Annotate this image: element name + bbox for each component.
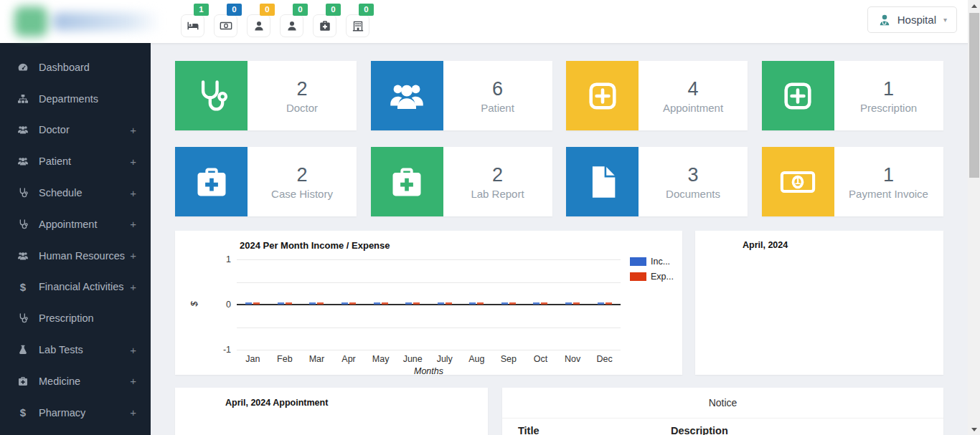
money-icon — [220, 19, 232, 32]
sidebar-item-prescription[interactable]: Prescription — [0, 302, 151, 334]
expense-legend-label: Exp... — [651, 272, 674, 282]
user-icon — [253, 19, 265, 32]
expand-plus-icon: + — [130, 187, 136, 199]
hospital-building-icon — [352, 19, 364, 32]
stat-count: 1 — [883, 78, 894, 100]
stat-count: 6 — [492, 78, 503, 100]
sidebar-item-label: Pharmacy — [39, 407, 130, 419]
chart-zero-bars — [237, 302, 621, 305]
expand-plus-icon: + — [130, 406, 136, 419]
chart-title: 2024 Per Month Income / Expense — [240, 240, 390, 251]
expand-plus-icon: + — [130, 344, 136, 356]
appointment-panel: April, 2024 Appointment — [175, 388, 488, 435]
sidebar-item-human-resources[interactable]: Human Resources + — [0, 240, 151, 272]
quick-action-bar: 1 0 0 0 0 0 — [181, 14, 369, 37]
expand-plus-icon: + — [130, 249, 136, 262]
sidebar-item-label: Patient — [39, 156, 130, 167]
expense-legend-swatch — [630, 272, 646, 281]
hospital-quick-button[interactable]: 0 — [346, 14, 369, 37]
sidebar-item-doctor[interactable]: Doctor + — [0, 115, 151, 146]
patient-quick-button[interactable]: 0 — [247, 14, 270, 37]
income-legend-swatch — [630, 257, 646, 266]
file-icon — [584, 163, 621, 201]
users-icon — [17, 124, 29, 135]
stat-label: Patient — [481, 102, 514, 114]
expand-plus-icon: + — [130, 281, 136, 293]
sitemap-icon — [17, 93, 29, 105]
plus-square-icon — [586, 80, 619, 113]
bed-quick-button[interactable]: 1 — [181, 14, 204, 37]
sidebar-item-departments[interactable]: Departments — [0, 83, 151, 115]
badge-count: 0 — [359, 4, 374, 16]
calendar-panel-title: April, 2024 — [743, 240, 788, 250]
medkit-icon — [388, 163, 425, 201]
stat-card-appointment[interactable]: 4 Appointment — [566, 61, 748, 130]
users-icon — [17, 250, 29, 262]
stat-count: 1 — [883, 164, 894, 186]
medkit-quick-button[interactable]: 0 — [313, 14, 336, 37]
sidebar-item-appointment[interactable]: Appointment + — [0, 209, 151, 240]
notice-panel: Notice Title Description — [502, 388, 943, 435]
sidebar-item-dashboard[interactable]: Dashboard — [0, 52, 151, 83]
stat-count: 2 — [296, 164, 307, 186]
chevron-down-icon: ▾ — [943, 16, 947, 24]
stethoscope-icon — [17, 219, 29, 230]
sidebar-item-lab-tests[interactable]: Lab Tests + — [0, 334, 151, 365]
stat-card-case-history[interactable]: 2 Case History — [175, 147, 357, 216]
stats-grid: 2 Doctor 6 Patient 4 Appointment 1 Presc… — [175, 61, 943, 216]
badge-count: 1 — [194, 4, 209, 16]
stat-card-payment-invoice[interactable]: 1 1 Payment Invoice — [762, 147, 943, 216]
sidebar-item-label: Appointment — [39, 219, 130, 230]
logo-mark — [14, 6, 47, 37]
stat-label: Appointment — [663, 102, 723, 114]
scrollbar-down-arrow[interactable] — [968, 424, 980, 435]
badge-count: 0 — [326, 4, 341, 16]
sidebar-item-pharmacy[interactable]: $ Pharmacy + — [0, 397, 151, 429]
stat-card-documents[interactable]: 3 Documents — [566, 147, 748, 216]
profile-dropdown[interactable]: Hospital ▾ — [867, 6, 957, 33]
sidebar-item-label: Lab Tests — [39, 344, 130, 355]
scrollbar-thumb[interactable] — [969, 13, 979, 178]
topbar: 1 0 0 0 0 0 Hospital ▾ — [0, 0, 980, 43]
stat-label: Prescription — [860, 102, 917, 114]
expand-plus-icon: + — [130, 156, 136, 168]
stat-label: Lab Report — [471, 188, 524, 200]
stethoscope-icon — [17, 312, 29, 324]
sidebar-item-patient[interactable]: Patient + — [0, 145, 151, 177]
stethoscope-icon — [17, 187, 29, 199]
badge-count: 0 — [293, 4, 308, 16]
chart-x-axis-label: Months — [237, 366, 621, 376]
stat-card-lab-report[interactable]: 2 Lab Report — [371, 147, 552, 216]
sidebar-item-label: Medicine — [39, 376, 130, 387]
stat-card-doctor[interactable]: 2 Doctor — [175, 61, 357, 130]
expand-plus-icon: + — [130, 124, 136, 136]
medkit-icon — [319, 19, 331, 32]
notice-column-title: Title — [518, 425, 540, 435]
sidebar-item-financial-activities[interactable]: $ Financial Activities + — [0, 272, 151, 303]
stat-card-patient[interactable]: 6 Patient — [371, 61, 552, 130]
stat-card-prescription[interactable]: 1 Prescription — [762, 61, 943, 130]
stat-count: 3 — [687, 164, 698, 186]
payment-quick-button[interactable]: 0 — [214, 14, 237, 37]
sidebar-item-label: Prescription — [39, 312, 136, 324]
scrollbar-up-arrow[interactable] — [968, 0, 980, 11]
y-tick: -1 — [208, 345, 231, 355]
sidebar-item-label: Departments — [39, 93, 136, 105]
calendar-panel: April, 2024 — [695, 231, 943, 375]
medkit-icon — [17, 376, 29, 387]
main-content: 2 Doctor 6 Patient 4 Appointment 1 Presc… — [151, 43, 980, 435]
chart-x-ticks: Jan Feb Mar Apr May June July Aug Sep Oc… — [237, 354, 621, 364]
dollar-icon: $ — [17, 406, 29, 419]
users-icon — [17, 156, 29, 167]
sidebar-item-label: Schedule — [39, 187, 130, 199]
page-scrollbar[interactable] — [968, 0, 980, 435]
sidebar-item-schedule[interactable]: Schedule + — [0, 177, 151, 209]
app-logo[interactable] — [7, 4, 172, 39]
sidebar-item-medicine[interactable]: Medicine + — [0, 365, 151, 397]
expand-plus-icon: + — [130, 375, 136, 387]
money-icon-digit: 1 — [762, 174, 834, 186]
user-quick-button[interactable]: 0 — [280, 14, 303, 37]
stat-label: Payment Invoice — [849, 188, 928, 200]
stat-label: Doctor — [286, 102, 318, 114]
plus-square-icon — [781, 80, 814, 113]
